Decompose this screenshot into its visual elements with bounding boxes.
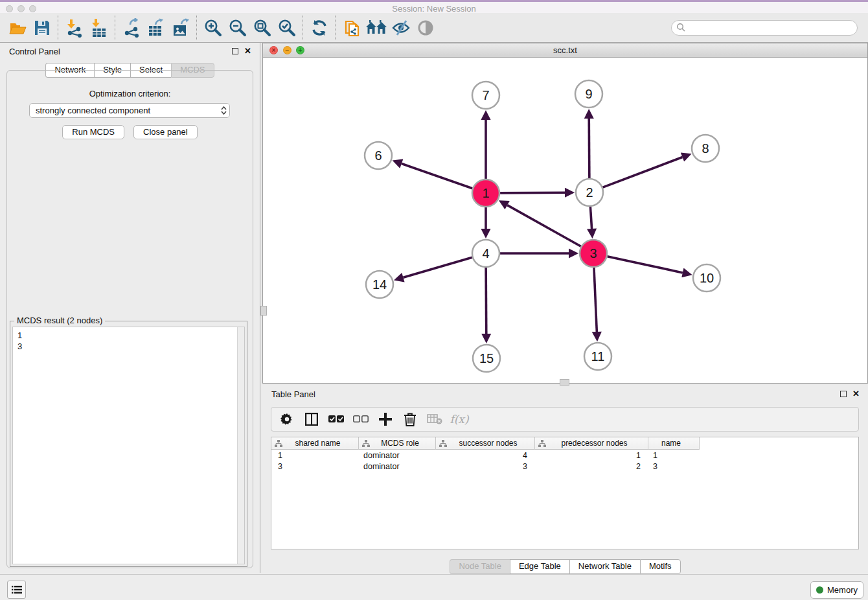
memory-button[interactable]: Memory [810, 581, 863, 599]
search-input[interactable] [689, 21, 857, 34]
table-row[interactable]: 3dominator323 [271, 461, 858, 472]
node-label-14: 14 [372, 277, 387, 292]
toolbar-separator [335, 16, 336, 40]
function-builder-icon[interactable]: f(x) [450, 410, 468, 428]
node-table-header: shared name MCDS role successor nodes pr… [271, 437, 858, 450]
export-network-icon[interactable] [119, 16, 144, 40]
close-table-panel-icon[interactable]: ✕ [852, 389, 860, 398]
table-cell: 3 [648, 462, 700, 471]
zoom-fit-icon[interactable] [250, 16, 275, 40]
tab-node-table[interactable]: Node Table [450, 559, 510, 574]
memory-label: Memory [827, 585, 858, 595]
close-panel-icon[interactable]: ✕ [244, 46, 251, 56]
mcds-result-box: MCDS result (2 nodes) 1 3 [10, 321, 247, 567]
edge-4-14[interactable] [403, 257, 472, 277]
zoom-selected-icon[interactable] [275, 16, 299, 40]
delete-column-icon[interactable] [401, 410, 419, 428]
deselect-all-columns-icon[interactable] [352, 410, 370, 428]
edge-3-11[interactable] [594, 268, 597, 332]
node-label-7: 7 [482, 88, 489, 102]
column-header-successor-nodes[interactable]: successor nodes [436, 437, 535, 450]
task-history-button[interactable] [7, 581, 26, 599]
save-session-icon[interactable] [30, 16, 54, 40]
toolbar-separator [196, 16, 198, 40]
node-label-3: 3 [589, 246, 597, 260]
edge-2-9[interactable] [589, 119, 589, 178]
application-window: Session: New Session [0, 0, 868, 600]
window-title: Session: New Session [0, 4, 868, 14]
table-panel-title: Table Panel [271, 389, 315, 399]
vertical-splitter-handle[interactable] [260, 306, 267, 316]
table-cell: 3 [436, 462, 535, 471]
result-scrollbar[interactable] [237, 327, 244, 564]
zoom-in-icon[interactable] [201, 16, 225, 40]
horizontal-splitter-handle[interactable] [560, 379, 569, 386]
node-label-1: 1 [482, 186, 489, 200]
apply-layout-icon[interactable] [307, 16, 332, 40]
mcds-panel: Optimization criterion: strongly connect… [6, 70, 253, 568]
tab-motifs[interactable]: Motifs [640, 559, 681, 574]
toolbar-separator [58, 16, 59, 40]
first-neighbors-icon[interactable] [364, 16, 389, 40]
zoom-out-icon[interactable] [225, 16, 250, 40]
search-icon [676, 23, 686, 32]
column-type-icon [275, 440, 282, 447]
selected-criterion: strongly connected component [30, 106, 218, 115]
optimization-criterion-select[interactable]: strongly connected component [29, 103, 230, 118]
open-session-icon[interactable] [5, 16, 30, 40]
mcds-result-text[interactable]: 1 3 [12, 327, 245, 564]
toggle-panes-icon[interactable] [303, 410, 321, 428]
edge-3-1[interactable] [507, 205, 581, 247]
node-label-2: 2 [586, 185, 593, 200]
network-view-window: × − + scc.txt 7968124314101511 [262, 43, 868, 384]
toolbar-separator [115, 16, 116, 40]
table-tabs: Node Table Edge Table Network Table Moti… [262, 559, 868, 574]
table-cell: dominator [359, 451, 436, 460]
edge-2-8[interactable] [603, 157, 683, 187]
edge-2-3[interactable] [590, 207, 591, 229]
edge-3-10[interactable] [607, 257, 682, 273]
clone-network-icon[interactable] [339, 16, 364, 40]
control-panel-title: Control Panel [9, 47, 60, 56]
tab-network-table[interactable]: Network Table [569, 559, 640, 574]
search-field[interactable] [671, 20, 858, 36]
column-header-predecessor-nodes[interactable]: predecessor nodes [535, 437, 648, 450]
network-window-titlebar[interactable]: × − + scc.txt [263, 43, 867, 58]
tab-edge-table[interactable]: Edge Table [510, 559, 569, 574]
table-cell: 1 [271, 451, 359, 460]
table-cell: 1 [648, 451, 700, 460]
add-column-icon[interactable] [376, 410, 394, 428]
edge-1-6[interactable] [402, 164, 472, 189]
close-panel-button[interactable]: Close panel [133, 125, 198, 139]
show-all-icon[interactable] [413, 16, 438, 40]
table-settings-icon[interactable] [278, 410, 296, 428]
network-canvas[interactable]: 7968124314101511 [263, 58, 867, 383]
delete-table-icon[interactable] [426, 410, 444, 428]
column-header-shared-name[interactable]: shared name [271, 437, 359, 450]
export-image-icon[interactable] [168, 16, 193, 40]
import-table-icon[interactable] [87, 16, 111, 40]
node-label-15: 15 [479, 351, 494, 365]
column-header-name[interactable]: name [648, 437, 700, 450]
edge-4-15[interactable] [486, 268, 486, 334]
column-type-icon [439, 440, 447, 447]
node-label-11: 11 [591, 349, 605, 363]
status-bar: Memory [0, 574, 868, 600]
network-window-title: scc.txt [263, 45, 867, 55]
run-mcds-button[interactable]: Run MCDS [62, 125, 124, 139]
import-network-icon[interactable] [62, 16, 87, 40]
column-header-mcds-role[interactable]: MCDS role [359, 437, 436, 450]
node-table: shared name MCDS role successor nodes pr… [271, 437, 859, 549]
float-table-panel-icon[interactable] [840, 391, 847, 397]
export-table-icon[interactable] [144, 16, 168, 40]
node-label-9: 9 [585, 87, 592, 101]
float-panel-icon[interactable] [232, 48, 238, 54]
table-row[interactable]: 1dominator411 [271, 450, 858, 461]
network-graph: 7968124314101511 [263, 58, 867, 383]
list-icon [12, 585, 22, 594]
edge-1-2[interactable] [500, 192, 565, 193]
hide-selected-icon[interactable] [389, 16, 413, 40]
select-all-columns-icon[interactable] [327, 410, 345, 428]
column-type-icon [362, 440, 370, 447]
table-panel: Table Panel ✕ [262, 386, 868, 573]
